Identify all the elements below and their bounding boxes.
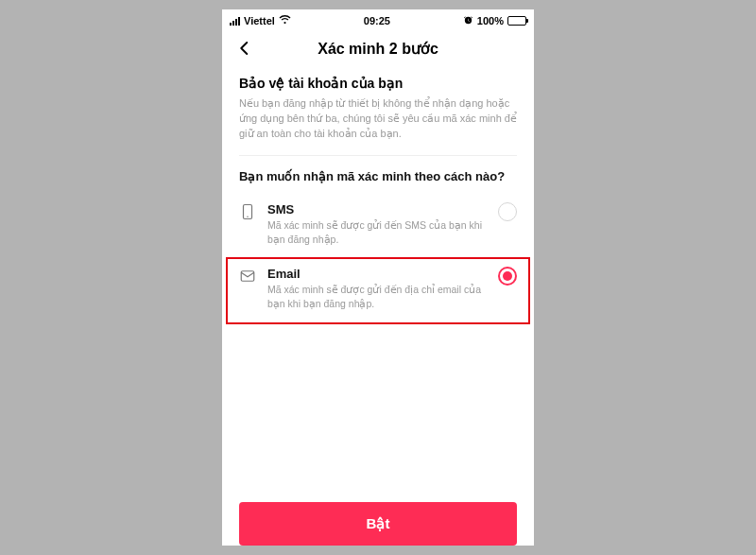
page-title: Xác minh 2 bước: [222, 40, 534, 58]
option-email[interactable]: Email Mã xác minh sẽ được gửi đến địa ch…: [239, 259, 517, 321]
phone-screen: Viettel 09:25 100% Xác minh 2 bước Bảo v: [222, 9, 534, 546]
method-question: Bạn muốn nhận mã xác minh theo cách nào?: [239, 169, 517, 183]
option-email-body: Email Mã xác minh sẽ được gửi đến địa ch…: [267, 267, 487, 310]
divider: [239, 155, 517, 156]
highlight-box: Email Mã xác minh sẽ được gửi đến địa ch…: [226, 257, 530, 323]
status-time: 09:25: [364, 15, 390, 26]
content-area: Bảo vệ tài khoản của bạn Nếu bạn đăng nh…: [222, 68, 534, 491]
option-email-desc: Mã xác minh sẽ được gửi đến địa chỉ emai…: [267, 283, 487, 310]
status-bar: Viettel 09:25 100%: [222, 9, 534, 28]
option-email-label: Email: [267, 267, 487, 281]
battery-pct: 100%: [477, 15, 504, 26]
chevron-left-icon: [236, 40, 253, 57]
footer: Bật: [222, 491, 534, 546]
back-button[interactable]: [232, 35, 258, 61]
option-email-radio[interactable]: [498, 267, 517, 286]
intro-desc: Nếu bạn đăng nhập từ thiết bị không thể …: [239, 96, 517, 142]
enable-button[interactable]: Bật: [239, 502, 517, 546]
svg-rect-2: [241, 271, 254, 282]
option-sms[interactable]: SMS Mã xác minh sẽ được gửi đến SMS của …: [239, 195, 517, 257]
status-left: Viettel: [230, 15, 291, 26]
carrier-label: Viettel: [244, 15, 275, 26]
intro-title: Bảo vệ tài khoản của bạn: [239, 76, 517, 91]
cellular-signal-icon: [230, 17, 240, 26]
nav-header: Xác minh 2 bước: [222, 28, 534, 68]
alarm-icon: [463, 15, 473, 27]
svg-point-1: [247, 216, 249, 217]
option-sms-radio[interactable]: [498, 202, 517, 221]
wifi-icon: [279, 15, 291, 26]
option-sms-body: SMS Mã xác minh sẽ được gửi đến SMS của …: [267, 202, 487, 246]
status-right: 100%: [463, 15, 526, 27]
phone-icon: [239, 203, 256, 220]
option-sms-desc: Mã xác minh sẽ được gửi đến SMS của bạn …: [267, 218, 487, 246]
mail-icon: [239, 268, 256, 285]
option-sms-label: SMS: [267, 202, 487, 217]
battery-icon: [507, 16, 526, 26]
